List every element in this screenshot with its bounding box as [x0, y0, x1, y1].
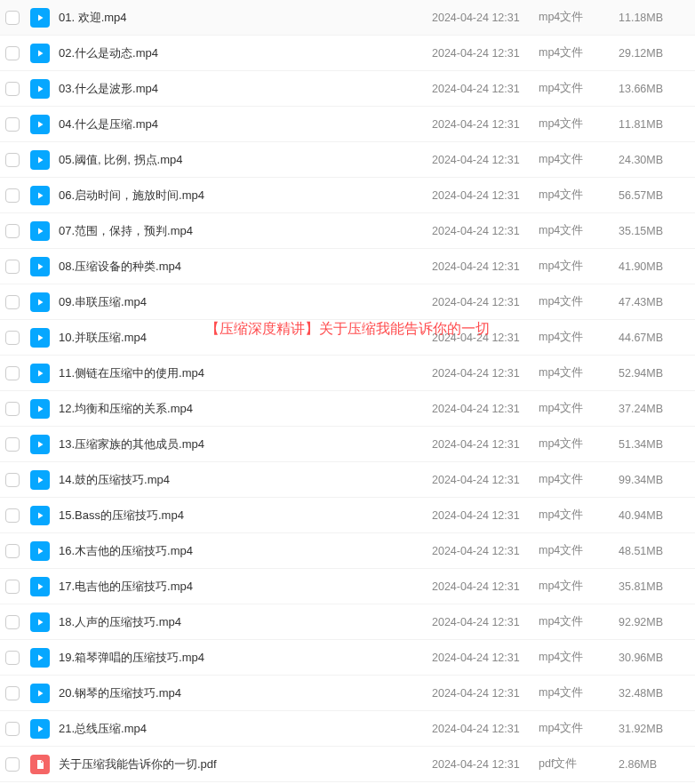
file-size: 11.81MB [619, 118, 690, 131]
video-icon [30, 541, 50, 561]
file-size: 35.81MB [619, 580, 690, 593]
file-row[interactable]: 17.电吉他的压缩技巧.mp42024-04-24 12:31mp4文件35.8… [0, 569, 695, 604]
file-size: 51.34MB [619, 438, 690, 451]
file-name[interactable]: 21.总线压缩.mp4 [59, 721, 432, 737]
file-row[interactable]: 16.木吉他的压缩技巧.mp42024-04-24 12:31mp4文件48.5… [0, 533, 695, 569]
file-name[interactable]: 11.侧链在压缩中的使用.mp4 [59, 365, 432, 381]
file-name[interactable]: 15.Bass的压缩技巧.mp4 [59, 508, 432, 524]
file-row[interactable]: 04.什么是压缩.mp42024-04-24 12:31mp4文件11.81MB [0, 107, 695, 142]
file-size: 35.15MB [619, 225, 690, 237]
file-type: mp4文件 [539, 152, 619, 167]
select-checkbox[interactable] [5, 11, 20, 25]
select-checkbox[interactable] [5, 295, 20, 309]
file-name[interactable]: 12.均衡和压缩的关系.mp4 [59, 401, 432, 417]
file-name[interactable]: 02.什么是动态.mp4 [59, 45, 432, 61]
file-type: mp4文件 [539, 721, 619, 736]
video-icon [30, 399, 50, 419]
select-checkbox[interactable] [5, 508, 20, 523]
file-type: mp4文件 [539, 685, 619, 700]
select-checkbox[interactable] [5, 473, 20, 487]
video-icon [30, 648, 50, 668]
file-row[interactable]: 关于压缩我能告诉你的一切.pdf2024-04-24 12:31pdf文件2.8… [0, 747, 695, 782]
file-row[interactable]: 06.启动时间，施放时间.mp42024-04-24 12:31mp4文件56.… [0, 178, 695, 213]
file-name[interactable]: 06.启动时间，施放时间.mp4 [59, 188, 432, 204]
file-name[interactable]: 17.电吉他的压缩技巧.mp4 [59, 579, 432, 595]
select-checkbox[interactable] [5, 46, 20, 60]
file-type: mp4文件 [539, 579, 619, 594]
select-checkbox[interactable] [5, 82, 20, 96]
video-icon [30, 719, 50, 739]
file-type: mp4文件 [539, 472, 619, 487]
file-name[interactable]: 19.箱琴弹唱的压缩技巧.mp4 [59, 650, 432, 666]
file-name[interactable]: 04.什么是压缩.mp4 [59, 116, 432, 132]
file-row[interactable]: 13.压缩家族的其他成员.mp42024-04-24 12:31mp4文件51.… [0, 427, 695, 462]
file-row[interactable]: 10.并联压缩.mp42024-04-24 12:31mp4文件44.67MB [0, 320, 695, 356]
file-date: 2024-04-24 12:31 [432, 438, 539, 451]
file-name[interactable]: 18.人声的压缩技巧.mp4 [59, 614, 432, 630]
file-type: mp4文件 [539, 436, 619, 452]
select-checkbox[interactable] [5, 117, 20, 132]
file-row[interactable]: 14.鼓的压缩技巧.mp42024-04-24 12:31mp4文件99.34M… [0, 462, 695, 498]
file-row[interactable]: 19.箱琴弹唱的压缩技巧.mp42024-04-24 12:31mp4文件30.… [0, 640, 695, 676]
select-checkbox[interactable] [5, 331, 20, 345]
file-row[interactable]: 21.总线压缩.mp42024-04-24 12:31mp4文件31.92MB [0, 711, 695, 747]
video-icon [30, 79, 50, 99]
file-size: 29.12MB [619, 47, 690, 60]
file-name[interactable]: 14.鼓的压缩技巧.mp4 [59, 472, 432, 488]
file-name[interactable]: 08.压缩设备的种类.mp4 [59, 259, 432, 275]
file-name[interactable]: 关于压缩我能告诉你的一切.pdf [59, 756, 432, 772]
file-size: 52.94MB [619, 367, 690, 380]
file-date: 2024-04-24 12:31 [432, 260, 539, 273]
select-checkbox[interactable] [5, 651, 20, 665]
select-checkbox[interactable] [5, 153, 20, 167]
file-date: 2024-04-24 12:31 [432, 154, 539, 166]
file-name[interactable]: 03.什么是波形.mp4 [59, 81, 432, 97]
select-checkbox[interactable] [5, 580, 20, 594]
file-name[interactable]: 20.钢琴的压缩技巧.mp4 [59, 685, 432, 701]
select-checkbox[interactable] [5, 402, 20, 416]
select-checkbox[interactable] [5, 437, 20, 452]
file-date: 2024-04-24 12:31 [432, 509, 539, 522]
file-row[interactable]: 20.钢琴的压缩技巧.mp42024-04-24 12:31mp4文件32.48… [0, 676, 695, 711]
file-row[interactable]: 02.什么是动态.mp42024-04-24 12:31mp4文件29.12MB [0, 36, 695, 71]
select-checkbox[interactable] [5, 615, 20, 629]
video-icon [30, 684, 50, 703]
file-name[interactable]: 09.串联压缩.mp4 [59, 294, 432, 310]
file-row[interactable]: 07.范围，保持，预判.mp42024-04-24 12:31mp4文件35.1… [0, 213, 695, 249]
file-row[interactable]: 08.压缩设备的种类.mp42024-04-24 12:31mp4文件41.90… [0, 249, 695, 284]
select-checkbox[interactable] [5, 366, 20, 380]
select-checkbox[interactable] [5, 722, 20, 736]
file-row[interactable]: 09.串联压缩.mp42024-04-24 12:31mp4文件47.43MB [0, 284, 695, 320]
file-row[interactable]: 05.阈值, 比例, 拐点.mp42024-04-24 12:31mp4文件24… [0, 142, 695, 178]
file-row[interactable]: 03.什么是波形.mp42024-04-24 12:31mp4文件13.66MB [0, 71, 695, 107]
select-checkbox[interactable] [5, 686, 20, 700]
select-checkbox[interactable] [5, 188, 20, 203]
file-name[interactable]: 01. 欢迎.mp4 [59, 10, 432, 26]
video-icon [30, 8, 50, 28]
file-size: 99.34MB [619, 474, 690, 486]
pdf-icon [30, 755, 50, 774]
file-date: 2024-04-24 12:31 [432, 296, 539, 308]
file-size: 24.30MB [619, 154, 690, 166]
select-checkbox[interactable] [5, 544, 20, 558]
file-type: mp4文件 [539, 116, 619, 132]
file-name[interactable]: 10.并联压缩.mp4 [59, 330, 432, 346]
file-name[interactable]: 07.范围，保持，预判.mp4 [59, 223, 432, 239]
file-size: 41.90MB [619, 260, 690, 273]
select-checkbox[interactable] [5, 757, 20, 772]
file-size: 47.43MB [619, 296, 690, 308]
file-row[interactable]: 11.侧链在压缩中的使用.mp42024-04-24 12:31mp4文件52.… [0, 356, 695, 391]
file-name[interactable]: 16.木吉他的压缩技巧.mp4 [59, 543, 432, 559]
file-size: 2.86MB [619, 758, 690, 771]
file-name[interactable]: 05.阈值, 比例, 拐点.mp4 [59, 152, 432, 168]
file-row[interactable]: 18.人声的压缩技巧.mp42024-04-24 12:31mp4文件92.92… [0, 604, 695, 640]
file-row[interactable]: 15.Bass的压缩技巧.mp42024-04-24 12:31mp4文件40.… [0, 498, 695, 533]
file-row[interactable]: 12.均衡和压缩的关系.mp42024-04-24 12:31mp4文件37.2… [0, 391, 695, 427]
file-name[interactable]: 13.压缩家族的其他成员.mp4 [59, 436, 432, 452]
file-date: 2024-04-24 12:31 [432, 118, 539, 131]
select-checkbox[interactable] [5, 224, 20, 238]
file-size: 37.24MB [619, 403, 690, 415]
file-row[interactable]: 01. 欢迎.mp42024-04-24 12:31mp4文件11.18MB [0, 0, 695, 36]
video-icon [30, 150, 50, 170]
select-checkbox[interactable] [5, 260, 20, 274]
